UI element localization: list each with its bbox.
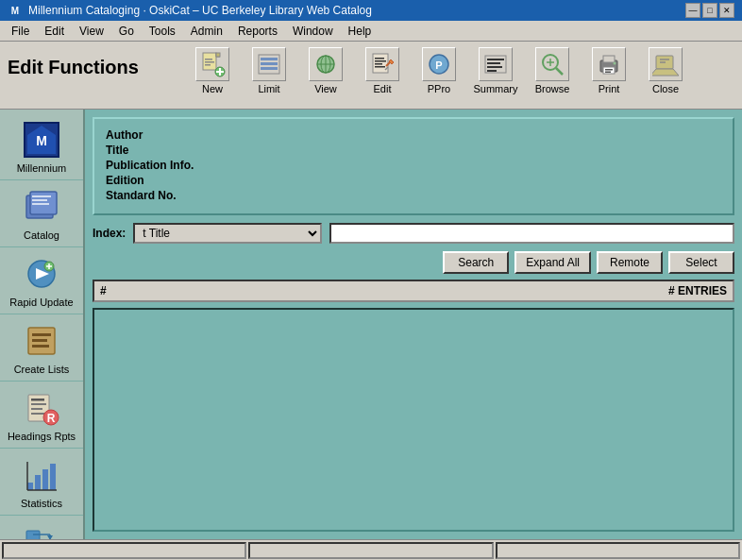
toolbar-browse-button[interactable]: Browse <box>525 45 580 96</box>
menu-file[interactable]: File <box>4 23 37 40</box>
svg-rect-60 <box>32 333 51 336</box>
svg-rect-18 <box>375 58 384 59</box>
print-icon <box>592 47 626 81</box>
sidebar-item-headings-rpts[interactable]: R Headings Rpts <box>0 382 83 449</box>
menu-go[interactable]: Go <box>111 23 142 40</box>
svg-rect-4 <box>205 61 214 63</box>
statistics-icon <box>21 454 62 496</box>
toolbar-ppro-button[interactable]: P PPro <box>412 45 466 96</box>
toolbar-view-button[interactable]: View <box>298 45 353 96</box>
limit-icon <box>252 47 286 81</box>
catalog-label: Catalog <box>24 229 59 241</box>
entries-label: # ENTRIES <box>668 284 727 297</box>
sidebar-item-rapid-update[interactable]: Rapid Update <box>0 247 83 314</box>
app-icon: M <box>8 3 23 18</box>
svg-rect-2 <box>216 53 220 57</box>
toolbar-close-button[interactable]: Close <box>638 45 693 96</box>
toolbar-print-button[interactable]: Print <box>582 45 636 96</box>
svg-rect-61 <box>32 339 47 342</box>
svg-rect-39 <box>605 69 613 71</box>
svg-rect-53 <box>32 203 49 205</box>
new-label: New <box>202 83 223 94</box>
minimize-button[interactable]: — <box>685 3 700 18</box>
svg-text:R: R <box>47 412 56 425</box>
title-bar: M Millennium Cataloging · OskiCat – UC B… <box>0 0 742 21</box>
menu-help[interactable]: Help <box>341 23 379 40</box>
status-panel-1 <box>2 542 246 559</box>
results-header: # # ENTRIES <box>93 280 734 302</box>
record-edition: Edition <box>106 174 721 187</box>
select-button[interactable]: Select <box>668 251 734 274</box>
ppro-icon: P <box>422 47 456 81</box>
svg-rect-71 <box>35 475 41 490</box>
remote-button[interactable]: Remote <box>597 251 663 274</box>
toolbar: Edit Functions <box>0 42 742 110</box>
svg-rect-37 <box>603 56 615 62</box>
record-box: Author Title Publication Info. Edition S… <box>93 117 734 215</box>
menu-view[interactable]: View <box>72 23 111 40</box>
svg-rect-11 <box>261 62 278 65</box>
sidebar-item-data-exchange[interactable]: Data Exchange <box>0 516 83 539</box>
record-author: Author <box>106 128 721 142</box>
results-body <box>93 308 734 532</box>
index-label: Index: <box>93 227 126 240</box>
svg-rect-62 <box>32 345 49 348</box>
toolbar-new-button[interactable]: New <box>185 45 240 96</box>
ppro-label: PPro <box>428 83 450 94</box>
search-button[interactable]: Search <box>443 251 509 274</box>
record-publication: Publication Info. <box>106 159 721 172</box>
summary-icon <box>479 47 513 81</box>
limit-label: Limit <box>258 83 279 94</box>
toolbar-edit-button[interactable]: Edit <box>355 45 410 96</box>
summary-label: Summary <box>473 83 517 94</box>
menu-tools[interactable]: Tools <box>142 23 183 40</box>
rapid-update-label: Rapid Update <box>9 297 73 308</box>
menu-edit[interactable]: Edit <box>37 23 72 40</box>
record-standard-no: Standard No. <box>106 189 721 202</box>
menu-window[interactable]: Window <box>285 23 341 40</box>
menu-reports[interactable]: Reports <box>230 23 285 40</box>
create-lists-label: Create Lists <box>14 364 70 375</box>
page-title: Edit Functions <box>8 45 177 78</box>
close-label: Close <box>652 83 679 94</box>
svg-rect-29 <box>487 62 500 64</box>
svg-rect-10 <box>261 58 278 60</box>
content-area: Author Title Publication Info. Edition S… <box>85 110 742 539</box>
data-exchange-icon <box>21 521 62 539</box>
svg-rect-3 <box>205 59 212 60</box>
svg-rect-19 <box>375 60 386 62</box>
millennium-label: Millennium <box>17 162 67 174</box>
rapid-update-icon <box>21 253 62 295</box>
search-input[interactable] <box>329 223 734 244</box>
new-icon <box>195 47 229 81</box>
sidebar-item-catalog[interactable]: Catalog <box>0 180 83 247</box>
print-label: Print <box>599 83 620 94</box>
menu-bar: File Edit View Go Tools Admin Reports Wi… <box>0 21 742 42</box>
svg-rect-70 <box>27 483 33 490</box>
sidebar: M Millennium Catalog <box>0 110 85 539</box>
expand-all-button[interactable]: Expand All <box>514 251 591 274</box>
menu-admin[interactable]: Admin <box>183 23 230 40</box>
create-lists-icon <box>21 320 62 362</box>
search-row: Index: t Title a Author s Subject c Call… <box>93 223 734 244</box>
window-controls: — □ ✕ <box>685 3 734 18</box>
catalog-icon <box>21 186 62 228</box>
toolbar-limit-button[interactable]: Limit <box>242 45 296 96</box>
index-select[interactable]: t Title a Author s Subject c Call No. k … <box>133 223 322 244</box>
close-icon <box>649 47 683 81</box>
headings-rpts-icon: R <box>21 387 62 429</box>
maximize-button[interactable]: □ <box>702 3 717 18</box>
browse-icon <box>535 47 569 81</box>
svg-rect-67 <box>31 413 44 415</box>
sidebar-item-statistics[interactable]: Statistics <box>0 449 83 516</box>
svg-rect-20 <box>375 63 382 65</box>
buttons-row: Search Expand All Remote Select <box>93 251 734 274</box>
sidebar-item-create-lists[interactable]: Create Lists <box>0 314 83 382</box>
sidebar-item-millennium[interactable]: M Millennium <box>0 113 83 180</box>
close-button[interactable]: ✕ <box>719 3 734 18</box>
status-panel-3 <box>496 542 740 559</box>
window-title: Millennium Cataloging · OskiCat – UC Ber… <box>28 4 372 17</box>
toolbar-summary-button[interactable]: Summary <box>468 45 523 96</box>
svg-rect-5 <box>205 64 211 66</box>
svg-rect-66 <box>31 408 42 410</box>
